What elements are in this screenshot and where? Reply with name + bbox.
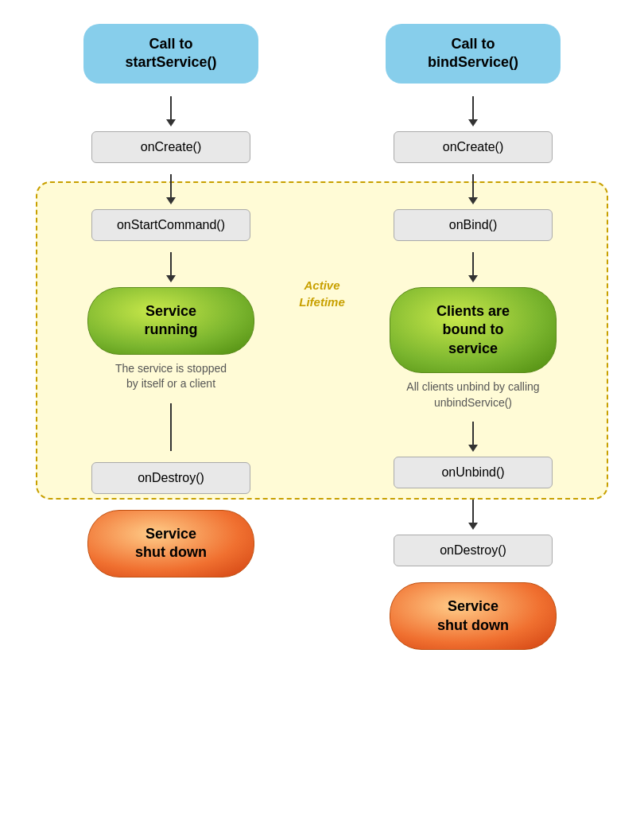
- arrow-4-right: [472, 422, 474, 445]
- on-destroy-right: onDestroy(): [394, 535, 553, 566]
- arrow-1-right: [472, 96, 474, 120]
- service-running-oval: Service running: [87, 287, 254, 355]
- right-column: Call to bindService() onCreate() onBind(…: [354, 24, 592, 650]
- clients-bound-oval: Clients are bound to service: [390, 287, 557, 373]
- line-left: [170, 403, 172, 451]
- service-shutdown-right: Service shut down: [390, 582, 557, 650]
- note-right: All clients unbind by calling unbindServ…: [394, 379, 553, 410]
- on-bind: onBind(): [394, 209, 553, 241]
- note-left: The service is stopped by itself or a cl…: [91, 361, 250, 392]
- arrow-2-left: [170, 174, 172, 198]
- bind-service-box: Call to bindService(): [386, 24, 561, 84]
- left-column: Call to startService() onCreate() onStar…: [52, 24, 290, 578]
- on-destroy-left: onDestroy(): [91, 462, 250, 494]
- on-start-command: onStartCommand(): [91, 209, 250, 241]
- arrow-1-left: [170, 96, 172, 120]
- diagram: Call to startService() onCreate() onStar…: [20, 24, 624, 650]
- arrow-3-right: [472, 252, 474, 276]
- arrow-3-left: [170, 252, 172, 276]
- service-shutdown-left: Service shut down: [87, 510, 254, 578]
- start-service-box: Call to startService(): [83, 24, 258, 84]
- on-create-left: onCreate(): [91, 131, 250, 163]
- on-create-right: onCreate(): [394, 131, 553, 163]
- arrow-2-right: [472, 174, 474, 198]
- on-unbind: onUnbind(): [394, 457, 553, 488]
- arrow-5-right: [472, 500, 474, 523]
